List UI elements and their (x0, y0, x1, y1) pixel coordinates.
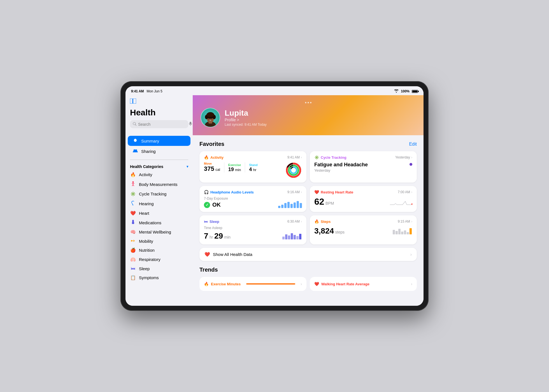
heart-rate-unit: BPM (325, 201, 334, 206)
cat-symptoms[interactable]: 📋 Symptoms (125, 273, 193, 282)
cycle-chevron: › (411, 155, 412, 159)
heart-card-icon: ❤️ (314, 190, 319, 194)
sleep-card-time: 6:30 AM › (287, 220, 302, 223)
sleep-mini-chart (282, 231, 302, 241)
date-display: Mon Jun 5 (147, 89, 162, 93)
svg-line-12 (133, 185, 134, 186)
sidebar-item-sharing[interactable]: Sharing (128, 146, 190, 156)
headphone-card[interactable]: 🎧 Headphone Audio Levels 9:16 AM › (199, 186, 306, 212)
heart-card-title: Resting Heart Rate (321, 190, 353, 194)
sidebar-top: Health (125, 99, 193, 136)
exercise-trend-icon: 🔥 (204, 282, 209, 286)
activity-card-header: 🔥 Activity 9:41 AM › (204, 155, 302, 160)
search-input[interactable] (138, 122, 187, 127)
sleep-icon: 🛏 (130, 266, 136, 271)
show-all-button[interactable]: ❤️ Show All Health Data › (199, 248, 417, 261)
sleep-card[interactable]: 🛏 Sleep 6:30 AM › Time Asleep (199, 215, 306, 244)
svg-rect-46 (401, 232, 403, 234)
svg-point-27 (208, 118, 209, 120)
cycle-dot (410, 163, 412, 166)
svg-rect-39 (291, 233, 293, 239)
mic-icon[interactable] (189, 122, 192, 127)
activity-card-icon: 🔥 (204, 155, 209, 160)
steps-card-time: 9:15 AM › (398, 220, 412, 223)
categories-title: Health Categories (130, 164, 163, 169)
cat-nutrition[interactable]: 🍎 Nutrition (125, 246, 193, 255)
cat-cycle[interactable]: ✳️ Cycle Tracking (125, 189, 193, 199)
cycle-card-title: Cycle Tracking (321, 155, 346, 160)
exercise-unit: min (235, 168, 241, 172)
main-content: Lupita Profile > Last synced: 9:41 AM To… (193, 95, 424, 306)
wifi-icon (394, 89, 399, 93)
heart-label: Heart (139, 211, 149, 216)
profile-link[interactable]: Profile > (225, 118, 416, 122)
svg-line-11 (132, 185, 133, 186)
cat-mental[interactable]: 🧠 Mental Wellbeing (125, 227, 193, 237)
favorites-grid: 🔥 Activity 9:41 AM › (199, 151, 417, 244)
cat-activity[interactable]: 🔥 Activity (125, 170, 193, 179)
cat-heart[interactable]: ❤️ Heart (125, 209, 193, 218)
cat-medications[interactable]: Medications (125, 218, 193, 227)
walking-hr-label: Walking Heart Rate Average (321, 282, 369, 286)
cat-body[interactable]: Body Measurements (125, 179, 193, 189)
cat-sleep[interactable]: 🛏 Sleep (125, 264, 193, 273)
cycle-card[interactable]: ✳️ Cycle Tracking Yesterday › (310, 151, 417, 183)
exposure-label: 7-Day Exposure (204, 197, 228, 200)
stand-unit: hr (253, 168, 257, 172)
profile-header: Lupita Profile > Last synced: 9:41 AM To… (193, 95, 424, 135)
cat-mobility[interactable]: Mobility (125, 237, 193, 246)
activity-ring (285, 162, 302, 179)
main-layout: Health (125, 95, 424, 306)
trend-walking-hr[interactable]: ❤️ Walking Heart Rate Average › (310, 277, 417, 291)
sleep-hr-label: hr (210, 235, 213, 239)
top-dots (201, 102, 416, 103)
sidebar-toggle-icon[interactable] (130, 99, 188, 105)
svg-point-35 (411, 203, 412, 205)
activity-chevron: › (301, 155, 302, 159)
heart-rate-value: 62 (314, 197, 324, 207)
steps-mini-chart (393, 226, 412, 235)
medications-label: Medications (139, 220, 161, 225)
heart-rate-card[interactable]: ❤️ Resting Heart Rate 7:00 AM › (310, 186, 417, 212)
avatar[interactable] (201, 108, 220, 127)
nutrition-label: Nutrition (139, 248, 155, 253)
show-all-text: Show All Health Data (213, 252, 408, 257)
svg-rect-48 (407, 232, 409, 234)
activity-card-title: Activity (210, 155, 224, 160)
steps-unit: steps (335, 230, 345, 234)
stand-value: 4 (249, 167, 252, 172)
exercise-trend-chevron: › (301, 282, 302, 286)
activity-icon: 🔥 (130, 172, 136, 177)
profile-row: Lupita Profile > Last synced: 9:41 AM To… (201, 108, 416, 127)
search-bar[interactable] (130, 120, 188, 128)
sidebar-item-summary[interactable]: Summary (128, 136, 190, 146)
sharing-icon (132, 149, 138, 154)
headphone-icon: 🎧 (204, 190, 209, 194)
battery-icon (412, 90, 418, 93)
profile-sync: Last synced: 9:41 AM Today (225, 123, 416, 127)
summary-label: Summary (141, 139, 159, 143)
svg-rect-44 (396, 231, 398, 234)
cycle-card-time: Yesterday › (395, 155, 412, 159)
audio-bars (278, 200, 302, 208)
cat-hearing[interactable]: Hearing (125, 199, 193, 209)
trend-exercise[interactable]: 🔥 Exercise Minutes › (199, 277, 306, 291)
activity-card[interactable]: 🔥 Activity 9:41 AM › (199, 151, 306, 183)
favorites-title: Favorites (199, 141, 224, 147)
cat-respiratory[interactable]: 🫁 Respiratory (125, 255, 193, 264)
heart-cat-icon: ❤️ (130, 211, 136, 216)
cycle-card-icon: ✳️ (314, 155, 319, 160)
profile-name: Lupita (225, 109, 416, 118)
time-display: 9:41 AM (131, 89, 144, 93)
steps-card[interactable]: 🔥 Steps 9:15 AM › 3,824 (310, 215, 417, 244)
trends-title: Trends (199, 267, 218, 273)
heart-chevron: › (411, 190, 412, 194)
respiratory-icon: 🫁 (130, 257, 136, 262)
exercise-trend-label: Exercise Minutes (211, 282, 241, 286)
heart-card-time: 7:00 AM › (398, 190, 412, 194)
svg-rect-43 (393, 230, 395, 234)
audio-status: ✓ OK (204, 202, 228, 208)
categories-chevron[interactable]: ▾ (187, 165, 188, 169)
edit-button[interactable]: Edit (409, 142, 417, 147)
sleep-card-icon: 🛏 (204, 219, 208, 224)
